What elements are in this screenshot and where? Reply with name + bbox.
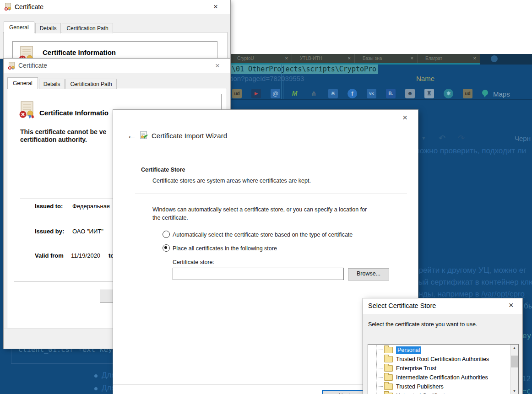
bookmark-mailru-icon[interactable]: @ [271, 89, 280, 98]
window-title: Certificate [15, 3, 43, 11]
browse-button[interactable]: Browse... [348, 268, 389, 281]
body-line1: Windows can automatically select a certi… [152, 206, 367, 213]
tree-item-label: Personal [396, 346, 421, 354]
draft-label: Черн [515, 135, 531, 142]
bookmark-plug-icon[interactable]: ⋔ [309, 89, 319, 98]
page-text: можно проверить, подходит ли [414, 146, 526, 156]
radio-place-all[interactable] [163, 244, 170, 252]
store-tree-listbox[interactable]: Personal Trusted Root Certification Auth… [368, 344, 519, 394]
scroll-down-icon[interactable]: ▼ [510, 388, 518, 394]
tree-item-personal[interactable]: Personal [369, 345, 421, 355]
bookmark-m-icon[interactable]: M [290, 89, 299, 98]
maps-bookmark-label[interactable]: Maps [493, 90, 510, 98]
page-text: 12 [522, 375, 531, 383]
certificate-store-input[interactable] [173, 268, 344, 280]
valid-from-value: 11/19/2020 [71, 252, 100, 259]
radio-auto-select[interactable] [163, 231, 170, 238]
back-arrow-icon[interactable]: ← [127, 130, 137, 141]
store-field-label: Certificate store: [173, 259, 214, 265]
radio-place-label: Place all certificates in the following … [173, 245, 277, 252]
close-icon[interactable]: × [402, 113, 407, 121]
scroll-thumb[interactable] [511, 356, 518, 367]
divider [229, 99, 532, 100]
redo-icon[interactable]: ↷ [458, 133, 465, 143]
dialog-title: Select Certificate Store [368, 302, 436, 309]
tab-general[interactable]: General [4, 22, 34, 33]
tab-details[interactable]: Details [35, 23, 61, 33]
scrollbar[interactable]: ▲ ▼ [510, 345, 518, 394]
tab-certification-path[interactable]: Certification Path [62, 23, 113, 33]
tab-close-icon[interactable]: × [348, 55, 351, 61]
tree-item-intermediate[interactable]: Intermediate Certification Authorities [369, 373, 488, 382]
bookmark-badge-icon[interactable]: ♜ [424, 89, 434, 98]
browser-tab-label: Елаграт [425, 56, 442, 61]
divider [281, 65, 282, 99]
browser-tab-label: УТLВ-ИТН [300, 56, 322, 61]
tab-details[interactable]: Details [39, 79, 65, 89]
title-bar[interactable]: Certificate × [0, 0, 230, 14]
issued-to-value: Федеральная [72, 203, 110, 210]
tree-item-label: Intermediate Certification Authorities [396, 374, 488, 381]
name-column-header: Name [416, 75, 434, 82]
tab-bar: GeneralDetailsCertification Path [7, 77, 118, 89]
tree-item-untrusted[interactable]: Untrusted Certificates [369, 391, 451, 394]
tree-item-trusted-publishers[interactable]: Trusted Publishers [369, 382, 444, 391]
bookmark-facebook-icon[interactable]: f [347, 89, 357, 98]
page-text: ерейти к другому УЦ, можно ег [414, 266, 526, 275]
folder-icon [384, 383, 393, 390]
page-text: =c [522, 387, 531, 394]
bookmark-udemy2-icon[interactable]: ud [463, 89, 472, 98]
bookmark-vk-icon[interactable]: VK [367, 89, 376, 98]
close-icon[interactable]: × [509, 302, 514, 309]
body-line2: the certificate. [152, 215, 188, 221]
chevron-down-icon[interactable]: ▾ [422, 135, 425, 141]
tab-close-icon[interactable]: × [473, 55, 476, 61]
bookmark-b-icon[interactable]: B. [386, 89, 396, 98]
close-icon[interactable]: × [213, 3, 218, 11]
import-wizard-icon [139, 130, 149, 140]
tree-connector [377, 377, 383, 378]
tree-item-label: Enterprise Trust [396, 365, 436, 372]
title-bar[interactable]: Select Certificate Store × [363, 298, 522, 314]
issued-by-value: ОАО "ИИТ" [72, 228, 103, 235]
page-text: вый сертификат в контейнер клю [414, 278, 532, 287]
maps-pin-icon[interactable] [482, 90, 488, 96]
bookmark-sun-icon[interactable]: ☀ [328, 89, 338, 98]
valid-from-label: Valid from [35, 252, 64, 259]
tree-item-enterprise-trust[interactable]: Enterprise Trust [369, 364, 436, 373]
next-button[interactable]: Next [322, 390, 367, 394]
bookmark-robot-icon[interactable]: ☻ [405, 89, 415, 98]
info-heading: Certificate Information [43, 49, 116, 56]
page-text: бы [524, 302, 532, 311]
browser-tab-label: CryptoU [237, 56, 254, 61]
certificate-window-front: Certificate × GeneralDetailsCertificatio… [0, 0, 230, 59]
folder-icon [384, 356, 393, 362]
tab-close-icon[interactable]: × [285, 55, 288, 61]
undo-icon[interactable]: ↶ [439, 133, 445, 143]
bookmark-udemy-icon[interactable]: ud [232, 89, 242, 98]
tab-general[interactable]: General [7, 77, 38, 89]
issued-by-label: Issued by: [35, 228, 64, 235]
tab-close-icon[interactable]: × [411, 55, 413, 61]
browser-active-tab[interactable] [480, 54, 532, 65]
tree-item-label: Trusted Publishers [396, 383, 444, 390]
select-certificate-store-dialog: Select Certificate Store × Select the ce… [363, 298, 522, 394]
scroll-up-icon[interactable]: ▲ [510, 345, 518, 352]
bookmark-paw-icon[interactable]: ✱ [444, 89, 453, 98]
tree-connector [377, 386, 383, 387]
window-title: Certificate [18, 62, 47, 69]
path-link[interactable]: /var/opt/cpro [482, 290, 525, 298]
title-bar[interactable]: Certificate × [4, 59, 230, 72]
tree-item-label: Trusted Root Certification Authorities [396, 356, 489, 362]
dialog-prompt: Select the certificate store you want to… [368, 321, 477, 328]
tree-connector [377, 359, 383, 360]
close-icon[interactable]: × [215, 62, 220, 70]
tree-item-trusted-root[interactable]: Trusted Root Certification Authorities [369, 355, 489, 364]
tree-connector [377, 368, 383, 369]
bullet-icon [94, 387, 98, 390]
divider [135, 194, 407, 194]
tree-connector [377, 350, 383, 351]
bookmark-youtube-icon[interactable]: ▶ [251, 89, 261, 98]
tab-certification-path[interactable]: Certification Path [65, 79, 116, 89]
radio-auto-label: Automatically select the certificate sto… [173, 232, 353, 238]
